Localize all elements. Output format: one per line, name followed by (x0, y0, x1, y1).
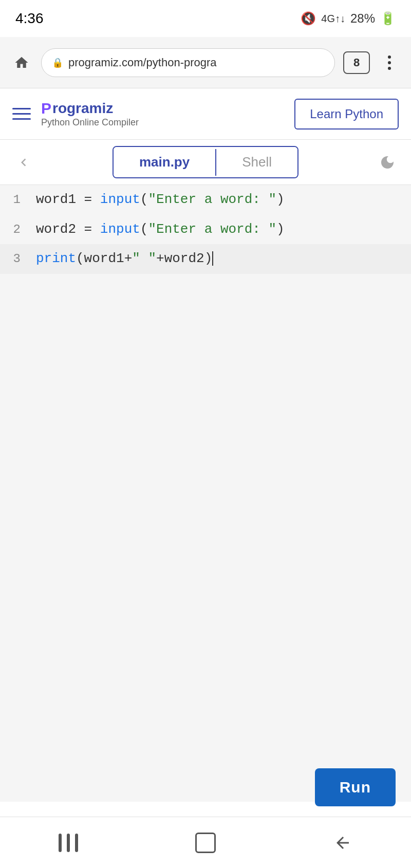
nav-home-icon[interactable] (188, 825, 223, 861)
code-line-2: 2 word2 = input("Enter a word: ") (0, 215, 411, 245)
code-lines: 1 word1 = input("Enter a word: ") 2 word… (0, 185, 411, 274)
tab-count[interactable]: 8 (343, 51, 370, 74)
nav-menu-icon[interactable] (50, 825, 86, 861)
tabs-row: main.py Shell (0, 140, 411, 185)
logo-letter: P (41, 100, 51, 117)
run-button[interactable]: Run (315, 768, 396, 806)
battery-icon: 🔋 (380, 11, 396, 26)
line-number-3: 3 (0, 249, 31, 269)
app-header: P rogramiz Python Online Compiler Learn … (0, 88, 411, 140)
code-line-1: 1 word1 = input("Enter a word: ") (0, 185, 411, 215)
line-number-2: 2 (0, 220, 31, 239)
line-content-1: word1 = input("Enter a word: ") (31, 189, 411, 211)
tab-mainpy[interactable]: main.py (114, 147, 215, 177)
browser-chrome: 🔒 programiz.com/python-progra 8 (0, 37, 411, 88)
line-number-1: 1 (0, 190, 31, 210)
hamburger-menu[interactable] (12, 108, 31, 120)
back-button[interactable] (10, 149, 37, 176)
url-text: programiz.com/python-progra (68, 56, 324, 69)
lock-icon: 🔒 (52, 57, 63, 68)
learn-python-button[interactable]: Learn Python (294, 99, 399, 130)
mute-icon: 🔇 (301, 11, 316, 26)
battery-text: 28% (350, 11, 375, 26)
browser-menu-button[interactable] (378, 51, 401, 74)
signal-icon: 4G↑↓ (321, 13, 345, 25)
line-content-3: print(word1+" "+word2) (31, 248, 411, 270)
status-icons: 🔇 4G↑↓ 28% 🔋 (301, 11, 396, 26)
tab-shell[interactable]: Shell (216, 147, 297, 177)
nav-back-icon[interactable] (325, 825, 361, 861)
home-button[interactable] (10, 51, 33, 74)
text-cursor (212, 251, 213, 266)
code-editor[interactable]: 1 word1 = input("Enter a word: ") 2 word… (0, 185, 411, 802)
run-button-container: Run (315, 768, 396, 806)
logo-area: P rogramiz Python Online Compiler (41, 100, 139, 128)
logo-text: P rogramiz (41, 100, 139, 117)
url-bar[interactable]: 🔒 programiz.com/python-progra (41, 48, 335, 77)
status-bar: 4:36 🔇 4G↑↓ 28% 🔋 (0, 0, 411, 37)
logo-name: rogramiz (52, 100, 113, 117)
dark-mode-button[interactable] (374, 149, 401, 176)
tabs-container: main.py Shell (113, 146, 298, 178)
logo-subtitle: Python Online Compiler (41, 117, 139, 128)
header-left: P rogramiz Python Online Compiler (12, 100, 139, 128)
status-time: 4:36 (15, 10, 44, 27)
line-content-2: word2 = input("Enter a word: ") (31, 219, 411, 241)
code-line-3: 3 print(word1+" "+word2) (0, 244, 411, 274)
bottom-nav (0, 817, 411, 868)
